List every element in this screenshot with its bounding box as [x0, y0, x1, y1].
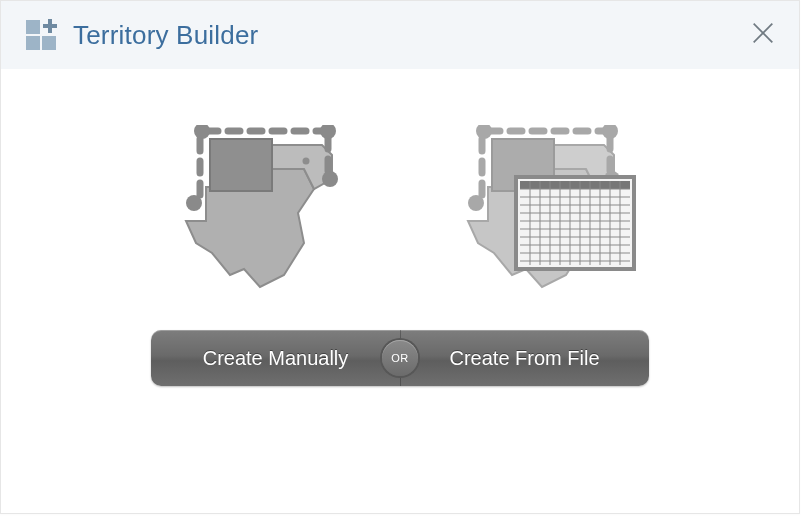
svg-point-12: [194, 125, 210, 139]
territory-builder-dialog: Territory Builder: [0, 0, 800, 514]
svg-point-20: [476, 125, 492, 139]
svg-rect-8: [210, 139, 272, 191]
illustration-row: [164, 125, 636, 290]
svg-rect-0: [26, 20, 40, 34]
svg-point-7: [303, 158, 310, 165]
svg-point-15: [186, 195, 202, 211]
create-from-file-illustration: [446, 125, 636, 290]
create-from-file-label: Create From File: [449, 347, 599, 370]
svg-rect-24: [516, 177, 634, 269]
create-manually-illustration: [164, 125, 354, 290]
svg-point-23: [468, 195, 484, 211]
action-button-bar: Create Manually OR Create From File: [151, 330, 649, 386]
territory-map-spreadsheet-icon: [446, 125, 636, 290]
svg-point-13: [320, 125, 336, 139]
svg-rect-2: [42, 36, 56, 50]
or-badge: OR: [382, 340, 418, 376]
svg-point-14: [322, 171, 338, 187]
or-label: OR: [391, 352, 409, 364]
territory-builder-logo-icon: [23, 17, 59, 53]
svg-rect-4: [48, 19, 52, 33]
create-manually-label: Create Manually: [203, 347, 349, 370]
create-manually-button[interactable]: Create Manually: [151, 330, 400, 386]
dialog-header: Territory Builder: [1, 1, 799, 69]
svg-rect-25: [520, 181, 630, 189]
close-button[interactable]: [747, 17, 779, 49]
svg-rect-1: [26, 36, 40, 50]
create-from-file-button[interactable]: Create From File: [400, 330, 649, 386]
svg-point-21: [602, 125, 618, 139]
dialog-title: Territory Builder: [73, 20, 258, 51]
territory-map-manual-icon: [164, 125, 354, 290]
dialog-body: Create Manually OR Create From File: [1, 69, 799, 386]
close-icon: [749, 19, 777, 47]
